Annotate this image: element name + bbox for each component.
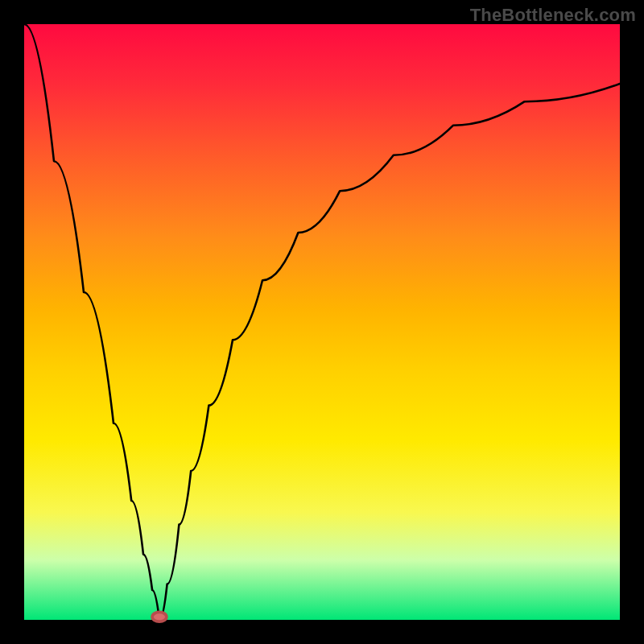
curve-left-branch [24,24,159,620]
watermark-label: TheBottleneck.com [470,5,636,26]
curve-right-branch [159,84,620,620]
chart-frame: TheBottleneck.com [0,0,644,644]
chart-curve [24,24,620,620]
bottleneck-dot [152,612,167,621]
